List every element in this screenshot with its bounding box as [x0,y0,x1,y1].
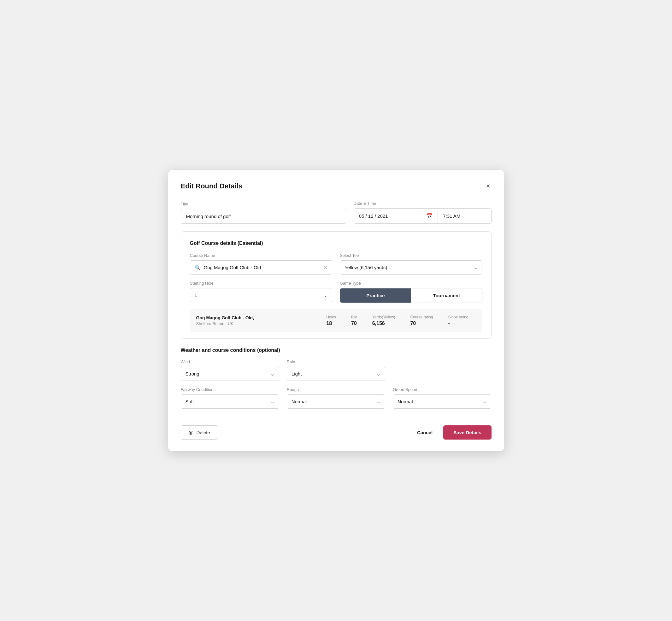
holes-label: Holes [326,315,336,319]
search-icon: 🔍 [195,265,201,271]
course-name-tee-row: Course Name 🔍 Gog Magog Golf Club - Old … [190,253,482,275]
datetime-label: Date & Time [354,201,492,206]
rough-value: Normal [292,399,307,404]
stat-par: Par 70 [344,315,365,326]
delete-label: Delete [197,430,210,435]
wind-rain-row: Wind Strong ⌄ Rain Light ⌄ [181,360,492,381]
date-value: 05 / 12 / 2021 [359,213,388,219]
select-tee-value: Yellow (6,156 yards) [344,265,387,270]
starting-hole-dropdown[interactable]: 1 ⌄ [190,288,333,302]
wind-group: Wind Strong ⌄ [181,360,279,381]
rain-value: Light [292,371,302,376]
time-value: 7:31 AM [443,213,460,219]
weather-section-title: Weather and course conditions (optional) [181,347,492,353]
footer-divider [181,415,492,415]
fairway-chevron-icon: ⌄ [270,399,275,405]
starting-hole-value: 1 [195,292,197,298]
edit-round-modal: Edit Round Details × Title Date & Time 0… [168,170,504,451]
slope-rating-label: Slope rating [448,315,468,319]
course-info-name-block: Gog Magog Golf Club - Old, Shelford Bott… [196,315,301,326]
title-group: Title [181,202,346,224]
stat-course-rating: Course rating 70 [403,315,440,326]
datetime-row: 05 / 12 / 2021 📅 7:31 AM [354,208,492,224]
rough-label: Rough [287,387,385,392]
course-info-location: Shelford Bottom, UK [196,321,301,326]
practice-button[interactable]: Practice [340,288,411,303]
golf-section-title: Golf Course details (Essential) [190,241,482,246]
stat-holes: Holes 18 [319,315,344,326]
course-rating-value: 70 [410,321,416,326]
hole-gametype-row: Starting Hole 1 ⌄ Game Type Practice Tou… [190,281,482,303]
stat-slope-rating: Slope rating - [440,315,476,326]
green-speed-value: Normal [397,399,413,404]
fairway-label: Fairway Conditions [181,387,279,392]
title-input[interactable] [181,209,346,224]
wind-dropdown[interactable]: Strong ⌄ [181,367,279,381]
game-type-toggle: Practice Tournament [340,288,482,303]
select-tee-group: Select Tee Yellow (6,156 yards) ⌄ [340,253,482,275]
weather-spacer [393,360,491,381]
rain-label: Rain [287,360,385,364]
holes-value: 18 [326,321,332,326]
datetime-group: Date & Time 05 / 12 / 2021 📅 7:31 AM [354,201,492,224]
clear-icon[interactable]: ✕ [323,264,328,271]
slope-rating-value: - [448,321,450,326]
fairway-rough-green-row: Fairway Conditions Soft ⌄ Rough Normal ⌄… [181,387,492,409]
select-tee-dropdown[interactable]: Yellow (6,156 yards) ⌄ [340,260,482,275]
close-button[interactable]: × [485,181,492,191]
footer-right: Cancel Save Details [414,425,492,440]
green-speed-dropdown[interactable]: Normal ⌄ [393,395,491,409]
fairway-value: Soft [185,399,194,404]
fairway-group: Fairway Conditions Soft ⌄ [181,387,279,409]
rain-chevron-icon: ⌄ [376,371,380,377]
fairway-dropdown[interactable]: Soft ⌄ [181,395,279,409]
starting-hole-group: Starting Hole 1 ⌄ [190,281,333,303]
starting-hole-label: Starting Hole [190,281,333,286]
stat-yards: Yards(Yellow) 6,156 [365,315,403,326]
course-rating-label: Course rating [410,315,433,319]
calendar-icon: 📅 [426,213,432,219]
rough-group: Rough Normal ⌄ [287,387,385,409]
golf-course-section: Golf Course details (Essential) Course N… [181,231,492,339]
green-speed-label: Green Speed [393,387,491,392]
course-info-name: Gog Magog Golf Club - Old, [196,315,301,320]
course-name-search[interactable]: 🔍 Gog Magog Golf Club - Old ✕ [190,260,333,275]
title-datetime-row: Title Date & Time 05 / 12 / 2021 📅 7:31 … [181,201,492,224]
modal-title: Edit Round Details [181,182,243,190]
course-info-row: Gog Magog Golf Club - Old, Shelford Bott… [190,309,482,332]
weather-section: Weather and course conditions (optional)… [181,347,492,409]
game-type-group: Game Type Practice Tournament [340,281,482,303]
wind-value: Strong [185,371,199,376]
green-speed-group: Green Speed Normal ⌄ [393,387,491,409]
date-input[interactable]: 05 / 12 / 2021 📅 [354,208,438,224]
par-label: Par [351,315,357,319]
save-button[interactable]: Save Details [443,425,491,440]
green-speed-chevron-icon: ⌄ [482,399,487,405]
select-tee-label: Select Tee [340,253,482,258]
wind-label: Wind [181,360,279,364]
course-stats: Holes 18 Par 70 Yards(Yellow) 6,156 Cour… [301,315,476,326]
cancel-button[interactable]: Cancel [414,426,436,439]
rain-dropdown[interactable]: Light ⌄ [287,367,385,381]
trash-icon: 🗑 [189,430,194,435]
par-value: 70 [351,321,357,326]
yards-label: Yards(Yellow) [372,315,395,319]
yards-value: 6,156 [372,321,385,326]
modal-header: Edit Round Details × [181,181,492,191]
time-input[interactable]: 7:31 AM [438,208,491,224]
game-type-label: Game Type [340,281,482,286]
wind-chevron-icon: ⌄ [270,371,275,377]
rough-dropdown[interactable]: Normal ⌄ [287,395,385,409]
course-name-value: Gog Magog Golf Club - Old [204,265,321,270]
rough-chevron-icon: ⌄ [376,399,380,405]
chevron-down-icon: ⌄ [473,264,478,271]
starting-hole-chevron-icon: ⌄ [323,292,328,298]
title-label: Title [181,202,346,206]
course-name-label: Course Name [190,253,333,258]
course-name-group: Course Name 🔍 Gog Magog Golf Club - Old … [190,253,333,275]
footer-row: 🗑 Delete Cancel Save Details [181,425,492,440]
tournament-button[interactable]: Tournament [411,288,482,303]
delete-button[interactable]: 🗑 Delete [181,425,218,440]
rain-group: Rain Light ⌄ [287,360,385,381]
